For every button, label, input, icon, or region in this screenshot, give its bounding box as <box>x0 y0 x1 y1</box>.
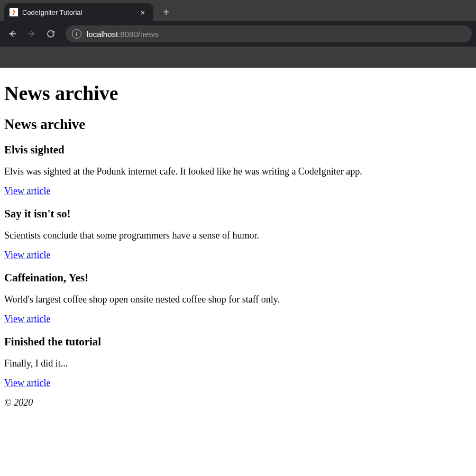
browser-tab[interactable]: CodeIgniter Tutorial × <box>4 3 153 21</box>
url-port: :8080 <box>118 30 138 39</box>
new-tab-button[interactable]: + <box>159 5 173 20</box>
article-item: Say it isn't so! Scientists conclude tha… <box>4 207 472 261</box>
reload-icon <box>46 29 56 39</box>
article-item: Caffeination, Yes! World's largest coffe… <box>4 271 472 325</box>
page-subtitle: News archive <box>4 116 472 133</box>
address-bar[interactable]: i localhost:8080/news <box>66 25 472 42</box>
url-host: localhost <box>87 30 118 39</box>
address-url: localhost:8080/news <box>87 30 159 39</box>
footer-copyright: © 2020 <box>4 397 472 408</box>
article-title: Elvis sighted <box>4 143 472 157</box>
arrow-left-icon <box>8 29 17 39</box>
view-article-link[interactable]: View article <box>4 378 50 388</box>
tab-bar: CodeIgniter Tutorial × + <box>0 0 476 21</box>
view-article-link[interactable]: View article <box>4 250 50 260</box>
browser-toolbar: i localhost:8080/news <box>0 21 476 47</box>
article-title: Say it isn't so! <box>4 207 472 221</box>
site-info-icon[interactable]: i <box>72 29 81 39</box>
view-article-link[interactable]: View article <box>4 186 50 196</box>
close-icon[interactable]: × <box>139 8 147 16</box>
article-body: Elvis was sighted at the Podunk internet… <box>4 166 472 177</box>
codeigniter-flame-icon <box>10 8 18 16</box>
article-body: World's largest coffee shop open onsite … <box>4 294 472 305</box>
article-body: Scientists conclude that some programmer… <box>4 230 472 241</box>
tab-title: CodeIgniter Tutorial <box>22 8 134 16</box>
url-path: /news <box>138 30 159 39</box>
article-title: Caffeination, Yes! <box>4 271 472 285</box>
forward-button[interactable] <box>23 25 40 42</box>
view-article-link[interactable]: View article <box>4 314 50 324</box>
article-item: Finished the tutorial Finally, I did it.… <box>4 335 472 389</box>
page-content: News archive News archive Elvis sighted … <box>0 68 476 408</box>
page-title: News archive <box>4 81 472 105</box>
reload-button[interactable] <box>42 25 59 42</box>
article-body: Finally, I did it... <box>4 358 472 369</box>
article-title: Finished the tutorial <box>4 335 472 349</box>
back-button[interactable] <box>4 25 21 42</box>
article-item: Elvis sighted Elvis was sighted at the P… <box>4 143 472 197</box>
browser-chrome: CodeIgniter Tutorial × + i localhost:808… <box>0 0 476 68</box>
arrow-right-icon <box>27 29 36 39</box>
browser-chrome-gap <box>0 47 476 68</box>
